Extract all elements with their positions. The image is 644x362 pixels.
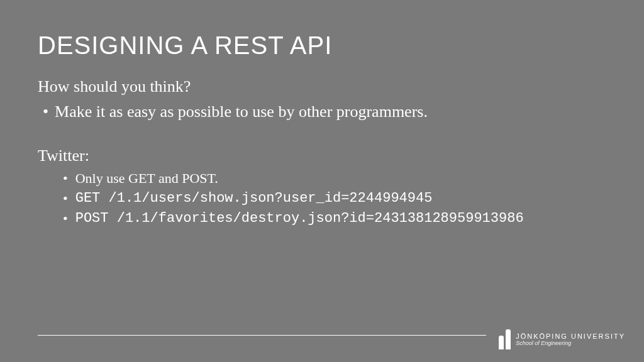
sub-bullet-item: • GET /1.1/users/show.json?user_id=22449… xyxy=(63,190,606,207)
sub-bullet-code: GET /1.1/users/show.json?user_id=2244994… xyxy=(75,190,433,207)
slide-subtitle: How should you think? xyxy=(38,77,606,96)
bullet-dot: • xyxy=(43,102,48,121)
sub-bullet-list: • Only use GET and POST. • GET /1.1/user… xyxy=(38,170,606,227)
logo-icon xyxy=(499,329,511,349)
sub-bullet-text: Only use GET and POST. xyxy=(75,170,218,187)
sub-bullet-item: • POST /1.1/favorites/destroy.json?id=24… xyxy=(63,211,606,227)
bullet-dot: • xyxy=(63,170,68,187)
slide-content: DESIGNING A REST API How should you thin… xyxy=(0,0,644,227)
main-bullet: • Make it as easy as possible to use by … xyxy=(38,102,606,121)
slide-title: DESIGNING A REST API xyxy=(38,31,606,60)
bullet-dot: • xyxy=(63,190,68,207)
footer-divider xyxy=(38,335,486,336)
sub-bullet-code: POST /1.1/favorites/destroy.json?id=2431… xyxy=(75,211,524,227)
sub-bullet-item: • Only use GET and POST. xyxy=(63,170,606,187)
logo-text: JÖNKÖPING UNIVERSITY School of Engineeri… xyxy=(516,332,625,346)
university-logo: JÖNKÖPING UNIVERSITY School of Engineeri… xyxy=(499,329,625,349)
slide-footer: JÖNKÖPING UNIVERSITY School of Engineeri… xyxy=(38,329,625,349)
logo-main-text: JÖNKÖPING UNIVERSITY xyxy=(516,332,625,340)
main-bullet-text: Make it as easy as possible to use by ot… xyxy=(55,102,428,121)
bullet-dot: • xyxy=(63,211,68,227)
logo-sub-text: School of Engineering xyxy=(516,340,625,346)
section-label: Twitter: xyxy=(38,146,606,165)
